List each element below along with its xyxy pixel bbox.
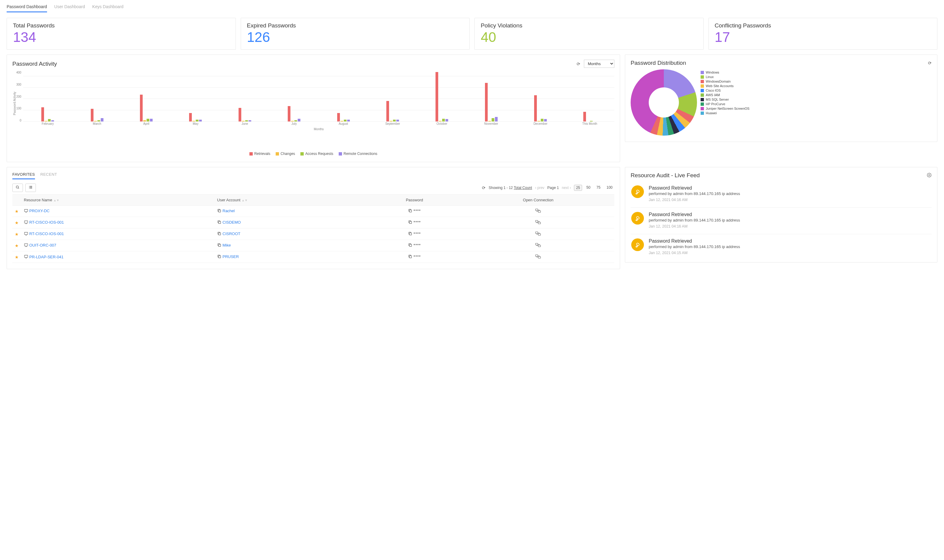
tab-user-dashboard[interactable]: User Dashboard xyxy=(54,3,85,12)
col-user-account[interactable]: User Account▲▼ xyxy=(215,195,367,206)
legend-item[interactable]: MS SQL Server xyxy=(700,98,750,101)
bar-group[interactable] xyxy=(467,70,516,122)
password-mask[interactable]: **** xyxy=(413,220,421,225)
star-icon[interactable]: ★ xyxy=(15,209,19,214)
legend-item[interactable]: Cisco IOS xyxy=(700,89,750,92)
bar-group[interactable] xyxy=(122,70,171,122)
legend-changes[interactable]: Changes xyxy=(276,152,295,156)
svg-rect-6 xyxy=(29,188,30,189)
refresh-icon[interactable]: ⟳ xyxy=(482,185,486,190)
gear-icon[interactable] xyxy=(927,173,932,178)
resource-link[interactable]: PROXY-DC xyxy=(29,209,49,213)
search-button[interactable] xyxy=(12,183,23,192)
page-size-100[interactable]: 100 xyxy=(605,185,614,191)
open-connection-button[interactable] xyxy=(462,206,614,217)
stat-value: 40 xyxy=(481,30,697,44)
bar-group[interactable] xyxy=(417,70,467,122)
stat-total-passwords[interactable]: Total Passwords 134 xyxy=(7,18,236,50)
feed-item[interactable]: Password Retrievedperformed by admin fro… xyxy=(631,181,932,208)
legend-item[interactable]: AWS IAM xyxy=(700,93,750,97)
tab-favorites[interactable]: FAVORITES xyxy=(12,172,35,179)
refresh-icon[interactable]: ⟳ xyxy=(928,61,932,65)
password-mask[interactable]: **** xyxy=(413,254,421,259)
bar-group[interactable] xyxy=(368,70,417,122)
page-size-75[interactable]: 75 xyxy=(595,185,602,191)
copy-icon[interactable] xyxy=(217,220,221,225)
legend-item[interactable]: HP ProCurve xyxy=(700,102,750,106)
copy-icon[interactable] xyxy=(217,209,221,214)
stat-expired-passwords[interactable]: Expired Passwords 126 xyxy=(241,18,470,50)
star-icon[interactable]: ★ xyxy=(15,243,19,248)
copy-icon[interactable] xyxy=(217,231,221,237)
legend-access-requests[interactable]: Access Requests xyxy=(301,152,333,156)
resource-link[interactable]: PR-LDAP-SER-041 xyxy=(29,255,63,259)
favorites-table: Resource Name▲▼ User Account▲▼ Password … xyxy=(12,194,614,263)
user-link[interactable]: CISDEMO xyxy=(222,220,241,225)
copy-icon[interactable] xyxy=(217,243,221,248)
legend-remote-connections[interactable]: Remote Connections xyxy=(339,152,377,156)
bar-group[interactable] xyxy=(269,70,318,122)
resource-link[interactable]: RT-CISCO-IOS-001 xyxy=(29,231,64,236)
open-connection-button[interactable] xyxy=(462,228,614,240)
resource-link[interactable]: OUIT-ORC-007 xyxy=(29,243,56,248)
copy-icon[interactable] xyxy=(408,209,412,214)
stat-policy-violations[interactable]: Policy Violations 40 xyxy=(474,18,703,50)
list-view-button[interactable] xyxy=(25,183,36,192)
user-link[interactable]: CISROOT xyxy=(222,231,241,236)
tab-recent[interactable]: RECENT xyxy=(40,172,57,179)
bar-group[interactable] xyxy=(319,70,368,122)
monitor-icon xyxy=(24,255,28,260)
prev-page[interactable]: ‹ prev xyxy=(535,186,544,190)
time-range-select[interactable]: Months xyxy=(584,60,614,68)
distribution-donut[interactable] xyxy=(631,69,697,135)
user-link[interactable]: Rachel xyxy=(222,209,234,213)
page-size-25[interactable]: 25 xyxy=(574,185,582,191)
copy-icon[interactable] xyxy=(408,254,412,260)
next-page[interactable]: next › xyxy=(562,186,571,190)
star-icon[interactable]: ★ xyxy=(15,255,19,260)
bar-group[interactable] xyxy=(220,70,269,122)
svg-rect-36 xyxy=(25,255,28,258)
copy-icon[interactable] xyxy=(408,220,412,225)
refresh-icon[interactable]: ⟳ xyxy=(577,62,580,66)
open-connection-button[interactable] xyxy=(462,217,614,228)
table-row: ★PROXY-DCRachel**** xyxy=(12,206,614,217)
copy-icon[interactable] xyxy=(408,243,412,248)
copy-icon[interactable] xyxy=(408,231,412,237)
legend-item[interactable]: Web Site Accounts xyxy=(700,84,750,88)
legend-item[interactable]: Juniper NetScreen ScreenOS xyxy=(700,107,750,110)
legend-item[interactable]: Linux xyxy=(700,75,750,78)
user-link[interactable]: Mike xyxy=(222,243,231,248)
legend-retrievals[interactable]: Retrievals xyxy=(250,152,270,156)
password-mask[interactable]: **** xyxy=(413,209,421,213)
svg-rect-20 xyxy=(536,220,538,222)
tab-password-dashboard[interactable]: Password Dashboard xyxy=(7,3,47,12)
feed-item[interactable]: Password Retrievedperformed by admin fro… xyxy=(631,234,932,256)
legend-item[interactable]: WindowsDomain xyxy=(700,80,750,83)
bar-group[interactable] xyxy=(516,70,565,122)
open-connection-button[interactable] xyxy=(462,240,614,251)
bar-group[interactable] xyxy=(565,70,614,122)
bar-group[interactable] xyxy=(171,70,220,122)
star-icon[interactable]: ★ xyxy=(15,232,19,237)
x-axis-labels: FebruaryMarchAprilMayJuneJulyAugustSepte… xyxy=(23,122,614,125)
copy-icon[interactable] xyxy=(217,254,221,260)
feed-item[interactable]: Password Retrievedperformed by admin fro… xyxy=(631,208,932,234)
open-connection-button[interactable] xyxy=(462,251,614,263)
table-row: ★RT-CISCO-IOS-001CISDEMO**** xyxy=(12,217,614,228)
password-mask[interactable]: **** xyxy=(413,243,421,248)
star-icon[interactable]: ★ xyxy=(15,220,19,225)
page-size-50[interactable]: 50 xyxy=(585,185,592,191)
legend-item[interactable]: Huawei xyxy=(700,111,750,115)
bar-group[interactable] xyxy=(23,70,72,122)
bar-group[interactable] xyxy=(72,70,122,122)
resource-link[interactable]: RT-CISCO-IOS-001 xyxy=(29,220,64,225)
user-link[interactable]: PRUSER xyxy=(222,254,239,259)
col-resource-name[interactable]: Resource Name▲▼ xyxy=(22,195,215,206)
legend-item[interactable]: Windows xyxy=(700,71,750,74)
tab-keys-dashboard[interactable]: Keys Dashboard xyxy=(92,3,123,12)
password-mask[interactable]: **** xyxy=(413,231,421,236)
stat-conflicting-passwords[interactable]: Conflicting Passwords 17 xyxy=(708,18,938,50)
chart-legend: Retrievals Changes Access Requests Remot… xyxy=(12,152,614,156)
svg-rect-11 xyxy=(218,210,221,212)
